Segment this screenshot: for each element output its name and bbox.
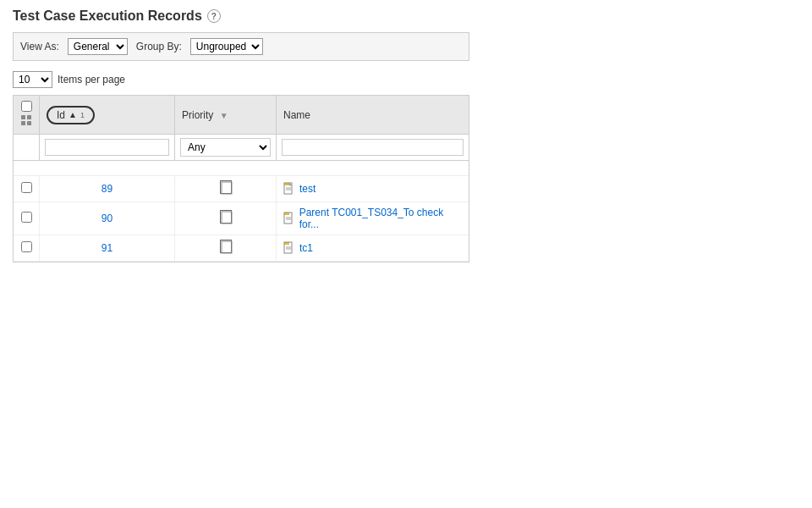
th-priority[interactable]: Priority ▼: [175, 96, 277, 135]
filter-id-input[interactable]: [45, 139, 169, 156]
svg-rect-7: [284, 183, 289, 185]
th-id[interactable]: Id ▲ 1: [40, 96, 175, 135]
svg-rect-0: [21, 115, 25, 119]
filter-name-cell: [277, 135, 469, 161]
spacer-row: [14, 161, 469, 176]
priority-label: Priority: [182, 109, 213, 121]
row-name-text: Parent TC001_TS034_To check for...: [299, 207, 462, 230]
svg-rect-15: [222, 241, 232, 253]
row-priority-cell: [175, 235, 277, 262]
name-label: Name: [283, 109, 310, 121]
row-name-content[interactable]: tc1: [283, 241, 462, 255]
row-priority-cell: [175, 202, 277, 235]
items-per-page-row: 5 10 25 50 100 Items per page: [13, 68, 469, 91]
page-title: Test Case Execution Records ?: [13, 8, 799, 24]
data-table: Id ▲ 1 Priority ▼ Name: [13, 95, 469, 262]
filter-row: Any High Medium Low: [14, 135, 469, 161]
filter-id-cell: [40, 135, 175, 161]
table-row: 89 test: [14, 176, 469, 202]
row-checkbox-cell: [14, 235, 40, 262]
page-title-text: Test Case Execution Records: [13, 8, 202, 24]
row-checkbox[interactable]: [21, 182, 32, 193]
table-row: 91 tc1: [14, 235, 469, 262]
row-checkbox[interactable]: [21, 212, 32, 223]
id-label: Id: [57, 109, 65, 121]
svg-rect-1: [27, 115, 31, 119]
sort-index: 1: [80, 111, 85, 119]
group-by-label: Group By:: [136, 41, 182, 52]
doc-icon: [283, 212, 295, 225]
priority-icon: [220, 180, 232, 194]
help-icon[interactable]: ?: [207, 9, 221, 23]
row-id-cell[interactable]: 90: [40, 202, 175, 235]
row-name-content[interactable]: test: [283, 182, 462, 196]
row-name-cell[interactable]: test: [277, 176, 469, 202]
row-name-cell[interactable]: tc1: [277, 235, 469, 262]
grid-view-icon[interactable]: [20, 114, 32, 126]
items-per-page-select[interactable]: 5 10 25 50 100: [13, 71, 52, 88]
row-id-cell[interactable]: 91: [40, 235, 175, 262]
svg-rect-2: [21, 121, 25, 125]
row-checkbox-cell: [14, 202, 40, 235]
th-name[interactable]: Name: [277, 96, 469, 135]
sort-asc-icon: ▲: [69, 110, 77, 119]
row-id-cell[interactable]: 89: [40, 176, 175, 202]
view-as-label: View As:: [20, 41, 59, 52]
row-name-cell[interactable]: Parent TC001_TS034_To check for...: [277, 202, 469, 235]
row-name-content[interactable]: Parent TC001_TS034_To check for...: [283, 207, 462, 230]
view-as-select[interactable]: General Detailed: [68, 38, 128, 55]
priority-icon: [220, 240, 232, 253]
table-header-row: Id ▲ 1 Priority ▼ Name: [14, 96, 469, 135]
svg-rect-3: [27, 121, 31, 125]
row-name-text: test: [299, 183, 315, 195]
svg-rect-10: [222, 212, 232, 224]
priority-filter-icon[interactable]: ▼: [220, 111, 228, 120]
table-row: 90 Parent TC001_TS034_To chec: [14, 202, 469, 235]
doc-icon: [283, 182, 295, 196]
svg-rect-17: [284, 242, 289, 245]
items-per-page-label: Items per page: [58, 74, 125, 86]
th-checkbox: [14, 96, 40, 135]
row-priority-cell: [175, 176, 277, 202]
id-header-oval[interactable]: Id ▲ 1: [47, 106, 95, 124]
row-checkbox[interactable]: [21, 241, 32, 252]
toolbar: View As: General Detailed Group By: Ungr…: [13, 32, 469, 61]
select-all-checkbox[interactable]: [21, 101, 32, 112]
filter-priority-cell: Any High Medium Low: [175, 135, 277, 161]
row-checkbox-cell: [14, 176, 40, 202]
row-name-text: tc1: [299, 242, 313, 254]
group-by-select[interactable]: Ungrouped Priority Status: [190, 38, 263, 55]
svg-rect-4: [222, 182, 232, 194]
filter-checkbox-cell: [14, 135, 40, 161]
filter-priority-select[interactable]: Any High Medium Low: [180, 138, 271, 157]
filter-name-input[interactable]: [282, 139, 464, 156]
priority-icon: [220, 210, 232, 224]
svg-rect-12: [284, 213, 289, 215]
doc-icon: [283, 241, 295, 255]
